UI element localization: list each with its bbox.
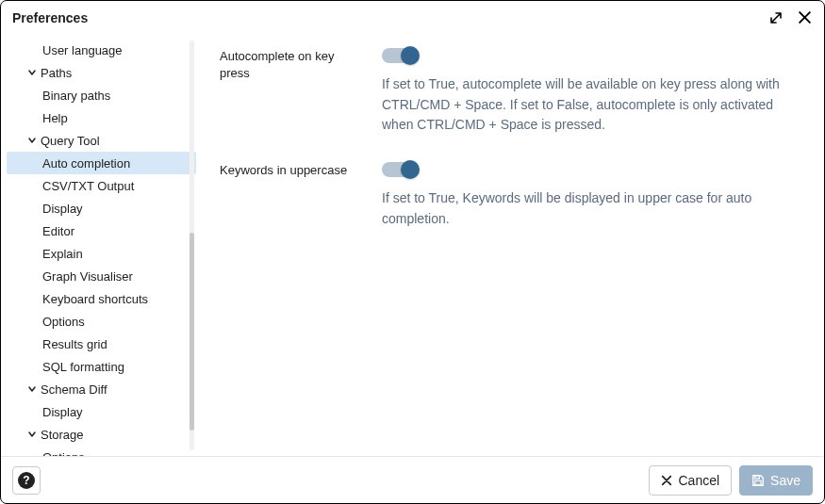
nav-item-paths[interactable]: Paths (7, 61, 196, 84)
nav-item-graph-visualiser[interactable]: Graph Visualiser (7, 265, 196, 287)
nav-item-label: Options (42, 315, 85, 329)
nav-item-explain[interactable]: Explain (7, 242, 196, 265)
chevron-down-icon[interactable] (25, 430, 39, 439)
nav-item-label: Explain (42, 247, 83, 261)
nav-item-options[interactable]: Options (7, 310, 196, 333)
maximize-icon[interactable] (767, 9, 784, 26)
nav-item-label: SQL formatting (42, 360, 124, 374)
nav-item-binary-paths[interactable]: Binary paths (7, 84, 196, 106)
nav-item-csv-txt-output[interactable]: CSV/TXT Output (7, 174, 196, 197)
help-icon: ? (18, 472, 35, 489)
nav-item-storage[interactable]: Storage (7, 423, 196, 446)
svg-rect-1 (755, 480, 761, 484)
chevron-down-icon[interactable] (25, 384, 39, 394)
close-icon[interactable] (796, 9, 813, 26)
preferences-dialog: Preferences User languagePathsBinary pat… (0, 0, 825, 504)
nav-item-label: Storage (41, 428, 84, 442)
nav-item-label: Help (42, 111, 68, 125)
dialog-title: Preferences (12, 10, 767, 25)
setting-label: Autocomplete on key press (220, 48, 359, 136)
nav-item-label: User language (42, 43, 123, 57)
svg-rect-0 (755, 475, 759, 479)
nav-item-label: Auto completion (42, 156, 130, 171)
nav-item-schema-diff[interactable]: Schema Diff (7, 378, 196, 400)
nav-item-label: CSV/TXT Output (42, 179, 134, 193)
dialog-footer: ? Cancel Save (1, 456, 824, 503)
nav-item-keyboard-shortcuts[interactable]: Keyboard shortcuts (7, 287, 196, 310)
dialog-body: User languagePathsBinary pathsHelpQuery … (1, 35, 824, 456)
nav-item-label: Paths (41, 66, 72, 80)
toggle-keywords-uppercase[interactable] (382, 162, 416, 177)
setting-body: If set to True, autocomplete will be ava… (382, 48, 803, 136)
nav-item-label: Query Tool (41, 134, 100, 148)
nav-item-label: Graph Visualiser (42, 269, 133, 284)
nav-item-display[interactable]: Display (7, 400, 196, 423)
setting-body: If set to True, Keywords will be display… (382, 162, 803, 229)
nav-item-options[interactable]: Options (7, 446, 196, 456)
nav-item-label: Editor (42, 224, 74, 238)
nav-item-label: Display (42, 405, 83, 419)
nav-item-label: Schema Diff (41, 382, 107, 397)
nav-item-sql-formatting[interactable]: SQL formatting (7, 355, 196, 378)
setting-description: If set to True, autocomplete will be ava… (382, 74, 803, 136)
nav-item-label: Keyboard shortcuts (42, 292, 148, 306)
content-pane: Autocomplete on key press If set to True… (197, 35, 824, 456)
sidebar-scrollbar-thumb[interactable] (190, 233, 194, 431)
save-button[interactable]: Save (739, 465, 813, 496)
nav-item-label: Options (42, 450, 85, 457)
nav-item-results-grid[interactable]: Results grid (7, 333, 196, 355)
setting-label: Keywords in uppercase (220, 162, 359, 229)
cancel-button[interactable]: Cancel (649, 465, 732, 496)
dialog-header: Preferences (1, 1, 824, 35)
setting-description: If set to True, Keywords will be display… (382, 188, 803, 229)
nav-tree: User languagePathsBinary pathsHelpQuery … (1, 39, 196, 456)
nav-item-editor[interactable]: Editor (7, 219, 196, 242)
nav-item-label: Results grid (42, 337, 107, 351)
nav-item-user-language[interactable]: User language (7, 39, 196, 61)
save-icon (751, 474, 765, 487)
nav-item-help[interactable]: Help (7, 106, 196, 129)
sidebar: User languagePathsBinary pathsHelpQuery … (1, 35, 197, 456)
chevron-down-icon[interactable] (25, 136, 39, 145)
cancel-label: Cancel (678, 473, 719, 488)
toggle-autocomplete-on-keypress[interactable] (382, 48, 416, 63)
nav-item-label: Display (42, 202, 83, 216)
nav-item-label: Binary paths (42, 89, 110, 103)
setting-autocomplete-on-keypress: Autocomplete on key press If set to True… (220, 48, 803, 136)
nav-item-display[interactable]: Display (7, 197, 196, 219)
save-label: Save (770, 473, 800, 488)
chevron-down-icon[interactable] (25, 68, 39, 77)
nav-item-auto-completion[interactable]: Auto completion (7, 152, 196, 174)
dialog-header-controls (767, 9, 813, 26)
help-button[interactable]: ? (12, 466, 41, 495)
setting-keywords-uppercase: Keywords in uppercase If set to True, Ke… (220, 162, 803, 229)
nav-item-query-tool[interactable]: Query Tool (7, 129, 196, 152)
close-icon (661, 475, 672, 486)
